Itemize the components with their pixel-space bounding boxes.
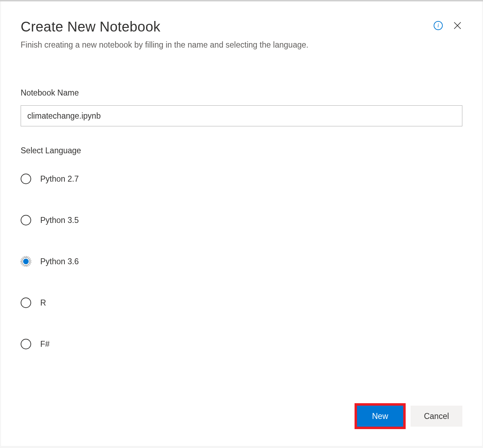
- radio-circle-selected-icon: [21, 256, 31, 267]
- info-icon[interactable]: i: [434, 21, 443, 30]
- radio-label: Python 3.6: [40, 257, 79, 266]
- radio-option-fsharp[interactable]: F#: [21, 339, 462, 349]
- radio-option-python27[interactable]: Python 2.7: [21, 174, 462, 184]
- radio-circle-icon: [21, 174, 31, 184]
- notebook-name-input[interactable]: [21, 105, 462, 126]
- radio-circle-icon: [21, 298, 31, 308]
- radio-label: Python 3.5: [40, 216, 79, 225]
- language-radio-group: Python 2.7 Python 3.5 Python 3.6 R F#: [21, 174, 462, 349]
- dialog-subtitle: Finish creating a new notebook by fillin…: [21, 40, 462, 50]
- radio-option-r[interactable]: R: [21, 298, 462, 308]
- dialog-title: Create New Notebook: [21, 19, 462, 35]
- select-language-label: Select Language: [21, 146, 462, 155]
- radio-option-python35[interactable]: Python 3.5: [21, 215, 462, 225]
- notebook-name-label: Notebook Name: [21, 88, 462, 98]
- radio-dot-icon: [23, 259, 29, 264]
- header-actions: i: [434, 21, 462, 30]
- radio-label: R: [40, 298, 46, 308]
- radio-label: Python 2.7: [40, 174, 79, 184]
- new-button[interactable]: New: [357, 406, 403, 427]
- radio-label: F#: [40, 340, 50, 349]
- create-notebook-dialog: i Create New Notebook Finish creating a …: [1, 1, 482, 446]
- cancel-button[interactable]: Cancel: [411, 406, 462, 427]
- close-icon[interactable]: [453, 21, 462, 30]
- radio-circle-icon: [21, 339, 31, 349]
- dialog-footer: New Cancel: [355, 403, 462, 429]
- radio-circle-icon: [21, 215, 31, 225]
- radio-option-python36[interactable]: Python 3.6: [21, 256, 462, 267]
- primary-button-highlight: New: [355, 403, 406, 429]
